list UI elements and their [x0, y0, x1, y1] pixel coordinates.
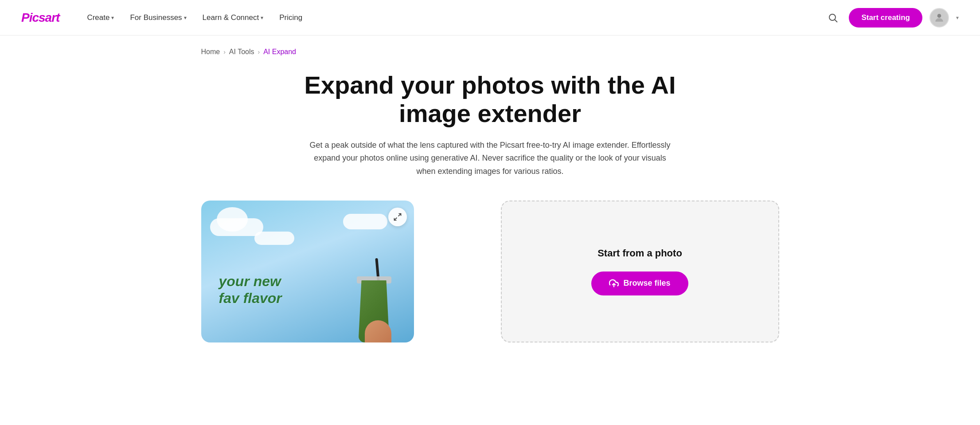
chevron-down-icon: ▾ [261, 15, 263, 21]
upload-drop-zone[interactable]: Start from a photo Browse files [501, 201, 779, 342]
cloud-decoration [210, 218, 263, 236]
brand-logo[interactable]: Picsart [21, 11, 59, 25]
demo-image-col: your new fav flavor [201, 201, 480, 342]
breadcrumb-sep-1: › [223, 48, 226, 55]
breadcrumb-sep-2: › [258, 48, 260, 55]
breadcrumb-ai-tools[interactable]: AI Tools [229, 48, 254, 56]
breadcrumb: Home › AI Tools › AI Expand [201, 35, 779, 67]
hero-subtitle: Get a peak outside of what the lens capt… [308, 139, 672, 178]
svg-line-1 [835, 20, 838, 22]
cloud-decoration [343, 214, 387, 229]
upload-col: Start from a photo Browse files [501, 201, 779, 342]
user-avatar[interactable] [929, 8, 949, 28]
nav-learn-connect[interactable]: Learn & Connect ▾ [196, 10, 270, 26]
search-button[interactable] [824, 9, 842, 27]
upload-icon [609, 279, 619, 288]
expand-button[interactable] [388, 208, 407, 226]
browse-files-button[interactable]: Browse files [591, 272, 688, 295]
svg-line-3 [398, 213, 401, 216]
hero-section: Expand your photos with the AI image ext… [201, 67, 779, 201]
two-col-section: your new fav flavor [201, 201, 779, 342]
nav-right: Start creating ▾ [824, 8, 959, 28]
demo-image: your new fav flavor [201, 201, 414, 342]
svg-line-4 [394, 218, 397, 220]
user-icon [933, 12, 945, 24]
hero-title: Expand your photos with the AI image ext… [291, 71, 690, 128]
cloud-decoration [254, 232, 294, 245]
start-creating-button[interactable]: Start creating [849, 8, 922, 28]
breadcrumb-current: AI Expand [263, 48, 296, 56]
nav-for-businesses[interactable]: For Businesses ▾ [124, 10, 192, 26]
navbar: Picsart Create ▾ For Businesses ▾ Learn … [0, 0, 980, 35]
chevron-down-icon: ▾ [184, 15, 187, 21]
search-icon [828, 12, 838, 23]
breadcrumb-home[interactable]: Home [201, 48, 220, 56]
nav-create[interactable]: Create ▾ [81, 10, 120, 26]
svg-point-0 [829, 14, 836, 20]
cup-illustration [352, 263, 396, 342]
chevron-down-icon: ▾ [111, 15, 114, 21]
main-content: Home › AI Tools › AI Expand Expand your … [180, 35, 800, 342]
avatar-chevron-icon[interactable]: ▾ [956, 15, 959, 21]
expand-arrows-icon [393, 212, 402, 221]
nav-pricing[interactable]: Pricing [273, 10, 308, 26]
svg-point-2 [937, 14, 941, 18]
upload-title: Start from a photo [597, 248, 682, 259]
nav-links: Create ▾ For Businesses ▾ Learn & Connec… [81, 10, 824, 26]
demo-text-overlay: your new fav flavor [219, 273, 282, 307]
